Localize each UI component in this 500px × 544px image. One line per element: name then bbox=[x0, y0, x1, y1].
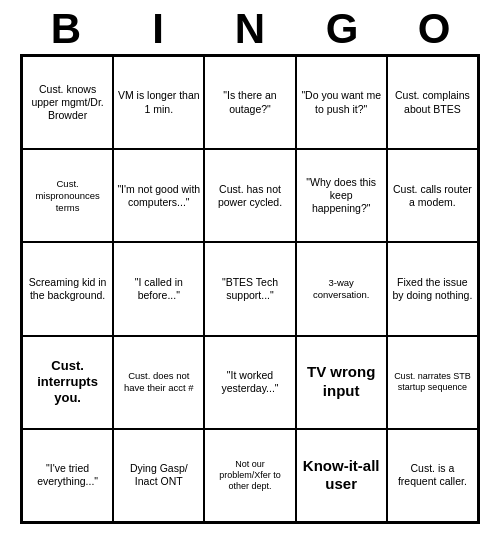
cell-2-3: 3-way conversation. bbox=[296, 242, 387, 335]
cell-2-1: "I called in before..." bbox=[113, 242, 204, 335]
cell-0-1: VM is longer than 1 min. bbox=[113, 56, 204, 149]
cell-4-1: Dying Gasp/ Inact ONT bbox=[113, 429, 204, 522]
cell-4-4: Cust. is a frequent caller. bbox=[387, 429, 478, 522]
cell-2-2: "BTES Tech support..." bbox=[204, 242, 295, 335]
cell-0-0: Cust. knows upper mgmt/Dr. Browder bbox=[22, 56, 113, 149]
letter-g: G bbox=[298, 8, 386, 50]
letter-i: I bbox=[114, 8, 202, 50]
cell-1-4: Cust. calls router a modem. bbox=[387, 149, 478, 242]
cell-4-0: "I've tried everything..." bbox=[22, 429, 113, 522]
cell-2-0: Screaming kid in the background. bbox=[22, 242, 113, 335]
cell-1-2: Cust. has not power cycled. bbox=[204, 149, 295, 242]
cell-0-2: "Is there an outage?" bbox=[204, 56, 295, 149]
cell-4-2: Not our problem/Xfer to other dept. bbox=[204, 429, 295, 522]
letter-o: O bbox=[390, 8, 478, 50]
cell-1-1: "I'm not good with computers..." bbox=[113, 149, 204, 242]
letter-b: B bbox=[22, 8, 110, 50]
cell-3-1: Cust. does not have their acct # bbox=[113, 336, 204, 429]
cell-3-0: Cust. interrupts you. bbox=[22, 336, 113, 429]
letter-n: N bbox=[206, 8, 294, 50]
cell-0-4: Cust. complains about BTES bbox=[387, 56, 478, 149]
cell-0-3: "Do you want me to push it?" bbox=[296, 56, 387, 149]
bingo-grid: Cust. knows upper mgmt/Dr. Browder VM is… bbox=[20, 54, 480, 524]
cell-3-3: TV wrong input bbox=[296, 336, 387, 429]
cell-1-0: Cust. mispronounces terms bbox=[22, 149, 113, 242]
cell-3-4: Cust. narrates STB startup sequence bbox=[387, 336, 478, 429]
cell-2-4: Fixed the issue by doing nothing. bbox=[387, 242, 478, 335]
cell-1-3: "Why does this keep happening?" bbox=[296, 149, 387, 242]
cell-4-3: Know-it-all user bbox=[296, 429, 387, 522]
cell-3-2: "It worked yesterday..." bbox=[204, 336, 295, 429]
bingo-title: B I N G O bbox=[20, 8, 480, 50]
